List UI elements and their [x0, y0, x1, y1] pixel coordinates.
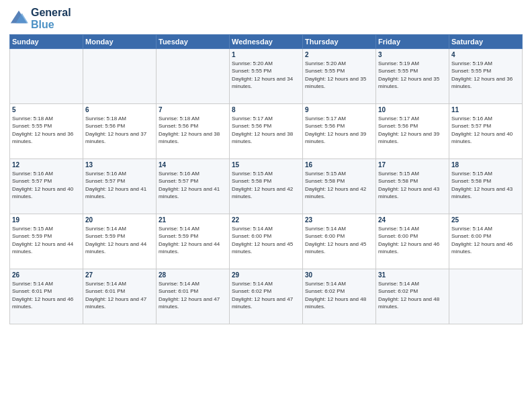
- calendar-cell: 15Sunrise: 5:15 AMSunset: 5:58 PMDayligh…: [230, 159, 303, 214]
- day-number: 30: [305, 271, 373, 279]
- calendar-cell: 11Sunrise: 5:16 AMSunset: 5:57 PMDayligh…: [449, 104, 523, 159]
- day-info: Sunrise: 5:19 AMSunset: 5:55 PMDaylight:…: [451, 60, 520, 90]
- day-info: Sunrise: 5:17 AMSunset: 5:56 PMDaylight:…: [305, 115, 373, 145]
- weekday-header-friday: Friday: [376, 35, 449, 49]
- calendar-cell: 31Sunrise: 5:14 AMSunset: 6:02 PMDayligh…: [376, 269, 449, 324]
- day-info: Sunrise: 5:14 AMSunset: 6:00 PMDaylight:…: [232, 225, 300, 255]
- day-number: 26: [12, 271, 81, 279]
- day-number: 22: [232, 216, 300, 224]
- day-number: 29: [232, 271, 300, 279]
- calendar-cell: 21Sunrise: 5:14 AMSunset: 5:59 PMDayligh…: [157, 214, 230, 269]
- day-info: Sunrise: 5:20 AMSunset: 5:55 PMDaylight:…: [232, 60, 300, 90]
- calendar-cell: 20Sunrise: 5:14 AMSunset: 5:59 PMDayligh…: [83, 214, 157, 269]
- day-info: Sunrise: 5:15 AMSunset: 5:58 PMDaylight:…: [451, 170, 520, 200]
- day-number: 9: [305, 106, 373, 113]
- weekday-header-saturday: Saturday: [449, 35, 523, 49]
- day-info: Sunrise: 5:17 AMSunset: 5:56 PMDaylight:…: [378, 115, 447, 145]
- week-row-5: 26Sunrise: 5:14 AMSunset: 6:01 PMDayligh…: [10, 269, 523, 324]
- week-row-1: 1Sunrise: 5:20 AMSunset: 5:55 PMDaylight…: [10, 49, 523, 104]
- week-row-3: 12Sunrise: 5:16 AMSunset: 5:57 PMDayligh…: [10, 159, 523, 214]
- day-info: Sunrise: 5:14 AMSunset: 6:00 PMDaylight:…: [451, 225, 520, 255]
- week-row-4: 19Sunrise: 5:15 AMSunset: 5:59 PMDayligh…: [10, 214, 523, 269]
- calendar-cell: 25Sunrise: 5:14 AMSunset: 6:00 PMDayligh…: [449, 214, 523, 269]
- calendar-cell: 18Sunrise: 5:15 AMSunset: 5:58 PMDayligh…: [449, 159, 523, 214]
- weekday-header-wednesday: Wednesday: [230, 35, 303, 49]
- day-info: Sunrise: 5:15 AMSunset: 5:58 PMDaylight:…: [305, 170, 373, 200]
- calendar-table: SundayMondayTuesdayWednesdayThursdayFrid…: [9, 34, 523, 324]
- calendar-cell: 3Sunrise: 5:19 AMSunset: 5:55 PMDaylight…: [376, 49, 449, 104]
- logo-icon: [9, 9, 28, 28]
- calendar-cell: 4Sunrise: 5:19 AMSunset: 5:55 PMDaylight…: [449, 49, 523, 104]
- day-number: 3: [378, 51, 447, 58]
- day-number: 25: [451, 216, 520, 224]
- calendar-cell: 16Sunrise: 5:15 AMSunset: 5:58 PMDayligh…: [303, 159, 376, 214]
- day-info: Sunrise: 5:16 AMSunset: 5:57 PMDaylight:…: [12, 170, 81, 200]
- day-number: 5: [12, 106, 81, 113]
- day-number: 7: [159, 106, 227, 113]
- day-info: Sunrise: 5:20 AMSunset: 5:55 PMDaylight:…: [305, 60, 373, 90]
- calendar-cell: [449, 269, 523, 324]
- calendar-cell: 23Sunrise: 5:14 AMSunset: 6:00 PMDayligh…: [303, 214, 376, 269]
- day-number: 15: [232, 161, 300, 169]
- page: General Blue SundayMondayTuesdayWednesda…: [0, 0, 532, 411]
- calendar-cell: 2Sunrise: 5:20 AMSunset: 5:55 PMDaylight…: [303, 49, 376, 104]
- weekday-header-row: SundayMondayTuesdayWednesdayThursdayFrid…: [10, 35, 523, 49]
- day-number: 1: [232, 51, 300, 58]
- day-number: 19: [12, 216, 81, 224]
- day-info: Sunrise: 5:16 AMSunset: 5:57 PMDaylight:…: [451, 115, 520, 145]
- day-number: 2: [305, 51, 373, 58]
- calendar-cell: 29Sunrise: 5:14 AMSunset: 6:02 PMDayligh…: [230, 269, 303, 324]
- calendar-cell: 14Sunrise: 5:16 AMSunset: 5:57 PMDayligh…: [157, 159, 230, 214]
- day-number: 17: [378, 161, 447, 169]
- day-number: 24: [378, 216, 447, 224]
- day-info: Sunrise: 5:18 AMSunset: 5:56 PMDaylight:…: [85, 115, 154, 145]
- day-info: Sunrise: 5:18 AMSunset: 5:55 PMDaylight:…: [12, 115, 81, 145]
- day-number: 27: [85, 271, 154, 279]
- day-info: Sunrise: 5:15 AMSunset: 5:59 PMDaylight:…: [12, 225, 81, 255]
- calendar-cell: 7Sunrise: 5:18 AMSunset: 5:56 PMDaylight…: [157, 104, 230, 159]
- weekday-header-sunday: Sunday: [10, 35, 83, 49]
- calendar-cell: 30Sunrise: 5:14 AMSunset: 6:02 PMDayligh…: [303, 269, 376, 324]
- calendar-cell: 1Sunrise: 5:20 AMSunset: 5:55 PMDaylight…: [230, 49, 303, 104]
- day-number: 6: [85, 106, 154, 113]
- day-info: Sunrise: 5:14 AMSunset: 6:01 PMDaylight:…: [85, 280, 154, 310]
- logo: General Blue: [9, 7, 71, 30]
- day-info: Sunrise: 5:18 AMSunset: 5:56 PMDaylight:…: [159, 115, 227, 145]
- day-info: Sunrise: 5:14 AMSunset: 5:59 PMDaylight:…: [85, 225, 154, 255]
- calendar-cell: 24Sunrise: 5:14 AMSunset: 6:00 PMDayligh…: [376, 214, 449, 269]
- calendar-cell: 27Sunrise: 5:14 AMSunset: 6:01 PMDayligh…: [83, 269, 157, 324]
- header: General Blue: [9, 7, 523, 30]
- weekday-header-tuesday: Tuesday: [157, 35, 230, 49]
- day-info: Sunrise: 5:15 AMSunset: 5:58 PMDaylight:…: [378, 170, 447, 200]
- day-info: Sunrise: 5:14 AMSunset: 6:01 PMDaylight:…: [159, 280, 227, 310]
- weekday-header-thursday: Thursday: [303, 35, 376, 49]
- day-info: Sunrise: 5:17 AMSunset: 5:56 PMDaylight:…: [232, 115, 300, 145]
- calendar-cell: 19Sunrise: 5:15 AMSunset: 5:59 PMDayligh…: [10, 214, 83, 269]
- day-info: Sunrise: 5:16 AMSunset: 5:57 PMDaylight:…: [159, 170, 227, 200]
- calendar-cell: 17Sunrise: 5:15 AMSunset: 5:58 PMDayligh…: [376, 159, 449, 214]
- logo-text: General Blue: [31, 7, 71, 30]
- day-number: 31: [378, 271, 447, 279]
- day-number: 23: [305, 216, 373, 224]
- calendar-cell: [157, 49, 230, 104]
- calendar-cell: 28Sunrise: 5:14 AMSunset: 6:01 PMDayligh…: [157, 269, 230, 324]
- calendar-cell: 26Sunrise: 5:14 AMSunset: 6:01 PMDayligh…: [10, 269, 83, 324]
- day-info: Sunrise: 5:19 AMSunset: 5:55 PMDaylight:…: [378, 60, 447, 90]
- calendar-cell: 8Sunrise: 5:17 AMSunset: 5:56 PMDaylight…: [230, 104, 303, 159]
- calendar-cell: 10Sunrise: 5:17 AMSunset: 5:56 PMDayligh…: [376, 104, 449, 159]
- day-number: 10: [378, 106, 447, 113]
- day-info: Sunrise: 5:14 AMSunset: 6:02 PMDaylight:…: [305, 280, 373, 310]
- day-info: Sunrise: 5:16 AMSunset: 5:57 PMDaylight:…: [85, 170, 154, 200]
- calendar-cell: 5Sunrise: 5:18 AMSunset: 5:55 PMDaylight…: [10, 104, 83, 159]
- day-info: Sunrise: 5:14 AMSunset: 6:02 PMDaylight:…: [232, 280, 300, 310]
- calendar-cell: [83, 49, 157, 104]
- day-info: Sunrise: 5:14 AMSunset: 6:01 PMDaylight:…: [12, 280, 81, 310]
- day-number: 12: [12, 161, 81, 169]
- week-row-2: 5Sunrise: 5:18 AMSunset: 5:55 PMDaylight…: [10, 104, 523, 159]
- day-number: 20: [85, 216, 154, 224]
- day-number: 11: [451, 106, 520, 113]
- day-info: Sunrise: 5:14 AMSunset: 6:00 PMDaylight:…: [305, 225, 373, 255]
- day-number: 4: [451, 51, 520, 58]
- calendar-cell: 12Sunrise: 5:16 AMSunset: 5:57 PMDayligh…: [10, 159, 83, 214]
- day-number: 21: [159, 216, 227, 224]
